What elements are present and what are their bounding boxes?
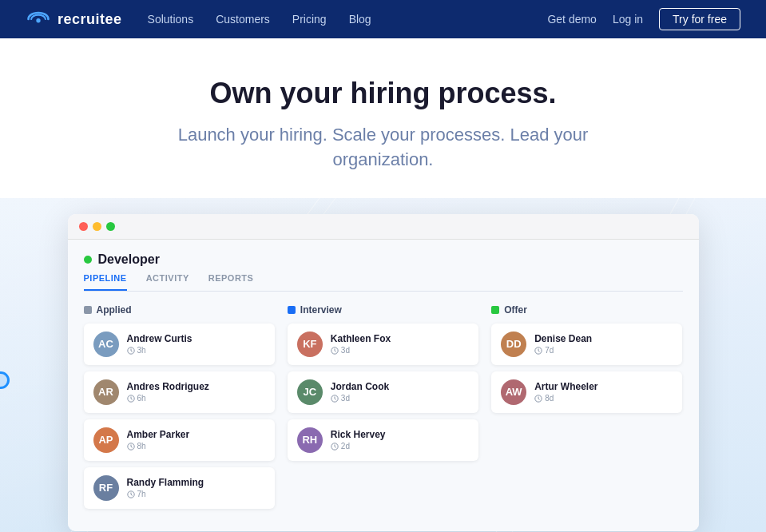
kanban-card[interactable]: RH Rick Hervey 2d bbox=[288, 419, 478, 461]
col-header: Applied bbox=[84, 304, 275, 316]
kanban-col-applied: Applied AC Andrew Curtis 3h AR bbox=[84, 304, 275, 515]
col-title: Offer bbox=[504, 304, 527, 316]
col-header: Interview bbox=[288, 304, 478, 316]
job-title: Developer bbox=[98, 252, 160, 267]
kanban-card[interactable]: JC Jordan Cook 3d bbox=[288, 371, 478, 413]
col-title: Applied bbox=[97, 304, 132, 316]
avatar: KF bbox=[297, 332, 323, 357]
window-minimize-dot bbox=[93, 222, 101, 231]
avatar: RF bbox=[93, 475, 119, 501]
card-name: Artur Wheeler bbox=[534, 381, 597, 392]
card-name: Andres Rodriguez bbox=[127, 381, 209, 392]
nav-pricing[interactable]: Pricing bbox=[292, 13, 327, 26]
deco-circle bbox=[0, 371, 10, 389]
kanban-card[interactable]: AP Amber Parker 8h bbox=[84, 419, 275, 461]
window-maximize-dot bbox=[106, 222, 115, 231]
app-window: Developer PIPELINE ACTIVITY REPORTS Appl… bbox=[68, 214, 699, 531]
kanban-card[interactable]: KF Kathleen Fox 3d bbox=[288, 324, 478, 365]
hero-subheading: Launch your hiring. Scale your processes… bbox=[160, 123, 607, 173]
nav-actions: Get demo Log in Try for free bbox=[547, 8, 740, 30]
card-name: Denise Dean bbox=[534, 333, 592, 344]
avatar: JC bbox=[297, 379, 323, 405]
window-close-dot bbox=[79, 222, 88, 231]
avatar: AW bbox=[501, 379, 526, 405]
hero-heading: Own your hiring process. bbox=[16, 77, 750, 110]
window-titlebar bbox=[68, 214, 699, 240]
card-time: 3h bbox=[127, 346, 192, 355]
svg-point-0 bbox=[36, 18, 40, 22]
card-time: 3d bbox=[331, 346, 391, 355]
try-free-button[interactable]: Try for free bbox=[659, 8, 740, 30]
card-time: 2d bbox=[331, 442, 386, 451]
avatar: DD bbox=[501, 332, 526, 357]
login-link[interactable]: Log in bbox=[613, 13, 643, 26]
tab-pipeline[interactable]: PIPELINE bbox=[84, 273, 127, 291]
logo-text: recruitee bbox=[58, 11, 122, 28]
avatar: AR bbox=[93, 379, 119, 405]
card-name: Jordan Cook bbox=[331, 381, 389, 392]
card-time: 7h bbox=[127, 490, 204, 498]
job-header: Developer bbox=[84, 252, 683, 267]
card-name: Kathleen Fox bbox=[331, 333, 391, 344]
card-time: 3d bbox=[331, 394, 389, 403]
avatar: RH bbox=[297, 427, 323, 453]
app-tabs: PIPELINE ACTIVITY REPORTS bbox=[84, 273, 683, 292]
card-name: Amber Parker bbox=[127, 429, 190, 440]
kanban-card[interactable]: DD Denise Dean 7d bbox=[491, 324, 682, 365]
job-status-dot bbox=[84, 256, 92, 264]
kanban-board: Applied AC Andrew Curtis 3h AR bbox=[84, 304, 683, 515]
card-time: 8h bbox=[127, 442, 190, 451]
hero-section: Own your hiring process. Launch your hir… bbox=[0, 38, 766, 198]
avatar: AP bbox=[93, 427, 119, 453]
kanban-card[interactable]: AW Artur Wheeler 8d bbox=[491, 371, 682, 413]
kanban-col-offer: Offer DD Denise Dean 7d AW bbox=[491, 304, 682, 515]
nav-customers[interactable]: Customers bbox=[216, 13, 270, 26]
col-dot bbox=[84, 306, 92, 314]
card-name: Randy Flamming bbox=[127, 477, 204, 488]
logo[interactable]: recruitee bbox=[26, 11, 122, 28]
nav-links: Solutions Customers Pricing Blog bbox=[148, 13, 548, 26]
nav-solutions[interactable]: Solutions bbox=[148, 13, 194, 26]
tab-activity[interactable]: ACTIVITY bbox=[146, 273, 189, 291]
col-title: Interview bbox=[300, 304, 342, 316]
col-header: Offer bbox=[491, 304, 682, 316]
card-time: 7d bbox=[534, 346, 592, 355]
kanban-card[interactable]: AC Andrew Curtis 3h bbox=[84, 324, 275, 365]
card-time: 8d bbox=[534, 394, 597, 403]
app-content: Developer PIPELINE ACTIVITY REPORTS Appl… bbox=[68, 240, 699, 531]
content-area: Developer PIPELINE ACTIVITY REPORTS Appl… bbox=[0, 198, 766, 532]
kanban-card[interactable]: RF Randy Flamming 7h bbox=[84, 467, 275, 509]
card-name: Andrew Curtis bbox=[127, 333, 192, 344]
navbar: recruitee Solutions Customers Pricing Bl… bbox=[0, 0, 766, 38]
col-dot bbox=[491, 306, 499, 314]
card-time: 6h bbox=[127, 394, 209, 403]
avatar: AC bbox=[93, 332, 119, 357]
kanban-card[interactable]: AR Andres Rodriguez 6h bbox=[84, 371, 275, 413]
nav-blog[interactable]: Blog bbox=[349, 13, 371, 26]
col-dot bbox=[288, 306, 296, 314]
card-name: Rick Hervey bbox=[331, 429, 386, 440]
get-demo-link[interactable]: Get demo bbox=[547, 13, 596, 26]
tab-reports[interactable]: REPORTS bbox=[208, 273, 254, 291]
kanban-col-interview: Interview KF Kathleen Fox 3d J bbox=[288, 304, 478, 515]
